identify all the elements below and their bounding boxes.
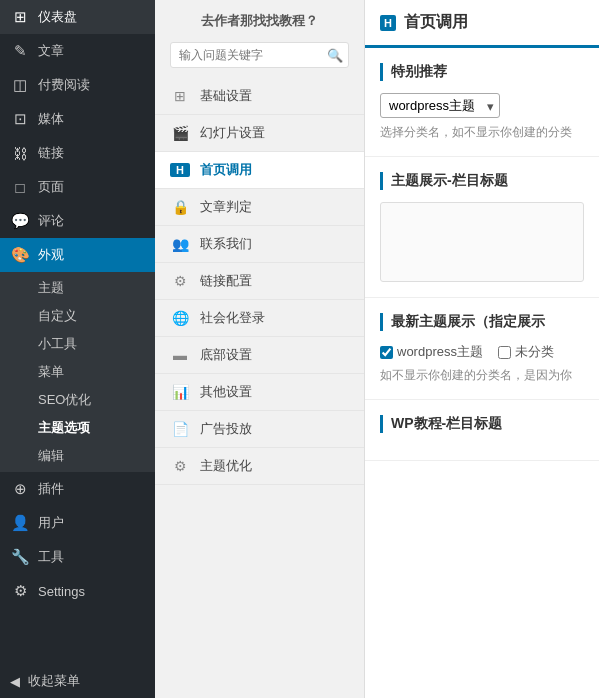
checkbox-wordpress-input[interactable] bbox=[380, 346, 393, 359]
sidebar-item-label: Settings bbox=[38, 584, 85, 599]
menu-item-label: 首页调用 bbox=[200, 161, 252, 179]
section-title-special: 特别推荐 bbox=[380, 63, 584, 81]
submenu-menus[interactable]: 菜单 bbox=[0, 358, 155, 386]
section-title-latest: 最新主题展示（指定展示 bbox=[380, 313, 584, 331]
sidebar-item-label: 付费阅读 bbox=[38, 76, 90, 94]
sidebar-item-settings[interactable]: ⚙ Settings bbox=[0, 574, 155, 608]
menu-item-label: 其他设置 bbox=[200, 383, 252, 401]
comments-icon: 💬 bbox=[10, 212, 30, 230]
section-title-wp-tutorial: WP教程-栏目标题 bbox=[380, 415, 584, 433]
menu-item-slideshow[interactable]: 🎬 幻灯片设置 bbox=[155, 115, 364, 152]
middle-header: 去作者那找找教程？ bbox=[155, 0, 364, 42]
sidebar-item-label: 外观 bbox=[38, 246, 64, 264]
collapse-icon: ◀ bbox=[10, 674, 20, 689]
submenu-editor[interactable]: 编辑 bbox=[0, 442, 155, 470]
other-settings-icon: 📊 bbox=[170, 384, 190, 400]
section-theme-display: 主题展示-栏目标题 bbox=[365, 157, 599, 298]
menu-item-label: 文章判定 bbox=[200, 198, 252, 216]
category-select-wrapper: wordpress主题 未分类 bbox=[380, 93, 500, 118]
checkbox-wordpress[interactable]: wordpress主题 bbox=[380, 343, 483, 361]
homepage-call-icon: H bbox=[170, 163, 190, 177]
sidebar-item-label: 链接 bbox=[38, 144, 64, 162]
sidebar-item-appearance[interactable]: 🎨 外观 bbox=[0, 238, 155, 272]
menu-item-bottom-settings[interactable]: ▬ 底部设置 bbox=[155, 337, 364, 374]
slideshow-icon: 🎬 bbox=[170, 125, 190, 141]
sidebar: ⊞ 仪表盘 ✎ 文章 ◫ 付费阅读 ⊡ 媒体 ⛓ 链接 □ 页面 💬 评论 🎨 … bbox=[0, 0, 155, 698]
category-select[interactable]: wordpress主题 未分类 bbox=[380, 93, 500, 118]
menu-item-article-judgment[interactable]: 🔒 文章判定 bbox=[155, 189, 364, 226]
right-header: H 首页调用 bbox=[365, 0, 599, 48]
search-input[interactable] bbox=[170, 42, 349, 68]
sidebar-item-label: 页面 bbox=[38, 178, 64, 196]
plugins-icon: ⊕ bbox=[10, 480, 30, 498]
link-config-icon: ⚙ bbox=[170, 273, 190, 289]
menu-item-other-settings[interactable]: 📊 其他设置 bbox=[155, 374, 364, 411]
menu-item-label: 主题优化 bbox=[200, 457, 252, 475]
sidebar-item-label: 评论 bbox=[38, 212, 64, 230]
section-wp-tutorial: WP教程-栏目标题 bbox=[365, 400, 599, 461]
media-icon: ⊡ bbox=[10, 110, 30, 128]
sidebar-item-links[interactable]: ⛓ 链接 bbox=[0, 136, 155, 170]
sidebar-item-label: 工具 bbox=[38, 548, 64, 566]
menu-item-social-login[interactable]: 🌐 社会化登录 bbox=[155, 300, 364, 337]
submenu-customize[interactable]: 自定义 bbox=[0, 302, 155, 330]
appearance-submenu: 主题 自定义 小工具 菜单 SEO优化 主题选项 编辑 bbox=[0, 272, 155, 472]
collapse-label: 收起菜单 bbox=[28, 672, 80, 690]
basic-settings-icon: ⊞ bbox=[170, 88, 190, 104]
right-header-icon: H bbox=[380, 15, 396, 31]
section-latest-theme: 最新主题展示（指定展示 wordpress主题 未分类 如不显示你创建的分类名，… bbox=[365, 298, 599, 400]
submenu-widgets[interactable]: 小工具 bbox=[0, 330, 155, 358]
dashboard-icon: ⊞ bbox=[10, 8, 30, 26]
menu-item-label: 幻灯片设置 bbox=[200, 124, 265, 142]
submenu-themes[interactable]: 主题 bbox=[0, 274, 155, 302]
bottom-settings-icon: ▬ bbox=[170, 347, 190, 363]
sidebar-item-tools[interactable]: 🔧 工具 bbox=[0, 540, 155, 574]
sidebar-item-users[interactable]: 👤 用户 bbox=[0, 506, 155, 540]
menu-item-label: 底部设置 bbox=[200, 346, 252, 364]
section-special-recommend: 特别推荐 wordpress主题 未分类 选择分类名，如不显示你创建的分类 bbox=[365, 48, 599, 157]
section-title-theme-display: 主题展示-栏目标题 bbox=[380, 172, 584, 190]
menu-item-label: 链接配置 bbox=[200, 272, 252, 290]
appearance-icon: 🎨 bbox=[10, 246, 30, 264]
tools-icon: 🔧 bbox=[10, 548, 30, 566]
theme-display-textarea[interactable] bbox=[380, 202, 584, 282]
submenu-seo[interactable]: SEO优化 bbox=[0, 386, 155, 414]
contact-icon: 👥 bbox=[170, 236, 190, 252]
checkbox-row: wordpress主题 未分类 bbox=[380, 343, 584, 361]
article-judgment-icon: 🔒 bbox=[170, 199, 190, 215]
section-hint-latest: 如不显示你创建的分类名，是因为你 bbox=[380, 367, 584, 384]
sidebar-item-plugins[interactable]: ⊕ 插件 bbox=[0, 472, 155, 506]
middle-panel: 去作者那找找教程？ 🔍 ⊞ 基础设置 🎬 幻灯片设置 H 首页调用 🔒 文章判定… bbox=[155, 0, 365, 698]
menu-item-ad-placement[interactable]: 📄 广告投放 bbox=[155, 411, 364, 448]
users-icon: 👤 bbox=[10, 514, 30, 532]
right-header-title: 首页调用 bbox=[404, 12, 468, 33]
collapse-menu-button[interactable]: ◀ 收起菜单 bbox=[0, 664, 155, 698]
submenu-theme-options[interactable]: 主题选项 bbox=[0, 414, 155, 442]
checkbox-uncategorized-input[interactable] bbox=[498, 346, 511, 359]
sidebar-item-posts[interactable]: ✎ 文章 bbox=[0, 34, 155, 68]
paid-reading-icon: ◫ bbox=[10, 76, 30, 94]
sidebar-item-paid-reading[interactable]: ◫ 付费阅读 bbox=[0, 68, 155, 102]
sidebar-item-comments[interactable]: 💬 评论 bbox=[0, 204, 155, 238]
menu-item-basic-settings[interactable]: ⊞ 基础设置 bbox=[155, 78, 364, 115]
right-panel: H 首页调用 特别推荐 wordpress主题 未分类 选择分类名，如不显示你创… bbox=[365, 0, 599, 698]
menu-item-theme-optimization[interactable]: ⚙ 主题优化 bbox=[155, 448, 364, 485]
theme-opt-icon: ⚙ bbox=[170, 458, 190, 474]
links-icon: ⛓ bbox=[10, 145, 30, 162]
sidebar-item-pages[interactable]: □ 页面 bbox=[0, 170, 155, 204]
checkbox-uncategorized-label: 未分类 bbox=[515, 343, 554, 361]
menu-item-link-config[interactable]: ⚙ 链接配置 bbox=[155, 263, 364, 300]
menu-item-homepage-call[interactable]: H 首页调用 bbox=[155, 152, 364, 189]
menu-item-label: 基础设置 bbox=[200, 87, 252, 105]
search-icon: 🔍 bbox=[327, 48, 343, 63]
social-login-icon: 🌐 bbox=[170, 310, 190, 326]
menu-item-label: 联系我们 bbox=[200, 235, 252, 253]
sidebar-item-media[interactable]: ⊡ 媒体 bbox=[0, 102, 155, 136]
menu-item-contact[interactable]: 👥 联系我们 bbox=[155, 226, 364, 263]
sidebar-item-label: 插件 bbox=[38, 480, 64, 498]
checkbox-wordpress-label: wordpress主题 bbox=[397, 343, 483, 361]
checkbox-uncategorized[interactable]: 未分类 bbox=[498, 343, 554, 361]
sidebar-item-label: 文章 bbox=[38, 42, 64, 60]
section-hint-special: 选择分类名，如不显示你创建的分类 bbox=[380, 124, 584, 141]
sidebar-item-dashboard[interactable]: ⊞ 仪表盘 bbox=[0, 0, 155, 34]
